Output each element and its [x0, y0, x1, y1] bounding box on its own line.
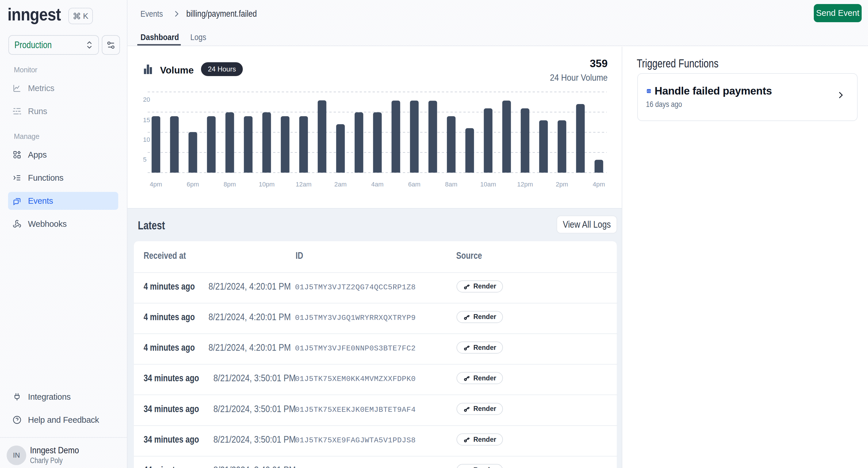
svg-text:4pm: 4pm — [150, 181, 162, 188]
svg-text:10am: 10am — [480, 181, 496, 188]
svg-text:8am: 8am — [445, 181, 457, 188]
svg-text:15: 15 — [143, 116, 150, 124]
svg-text:4am: 4am — [371, 181, 383, 188]
svg-text:12am: 12am — [296, 181, 311, 188]
svg-text:6am: 6am — [408, 181, 421, 188]
svg-text:20: 20 — [143, 96, 150, 103]
svg-text:6pm: 6pm — [187, 181, 199, 188]
svg-text:12pm: 12pm — [517, 181, 533, 188]
svg-text:10pm: 10pm — [259, 181, 275, 188]
svg-text:10: 10 — [143, 136, 150, 143]
svg-text:8pm: 8pm — [223, 181, 236, 188]
svg-text:4pm: 4pm — [593, 181, 605, 188]
svg-text:2pm: 2pm — [556, 181, 568, 188]
svg-text:2am: 2am — [334, 181, 347, 188]
svg-text:5: 5 — [143, 156, 147, 163]
